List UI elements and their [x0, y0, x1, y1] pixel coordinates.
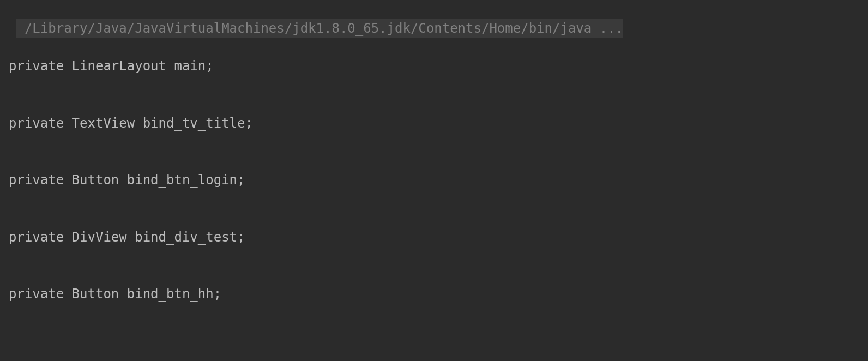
output-line: private DivView bind_div_test; [9, 228, 859, 247]
output-line: private Button bind_btn_login; [9, 171, 859, 190]
console-output-panel[interactable]: /Library/Java/JavaVirtualMachines/jdk1.8… [0, 0, 868, 361]
output-line: private TextView bind_tv_title; [9, 114, 859, 133]
output-line: private LinearLayout main; [9, 57, 859, 76]
java-command-path: /Library/Java/JavaVirtualMachines/jdk1.8… [16, 19, 623, 38]
output-line: private Button bind_btn_hh; [9, 285, 859, 304]
output-blank-line [9, 341, 859, 360]
